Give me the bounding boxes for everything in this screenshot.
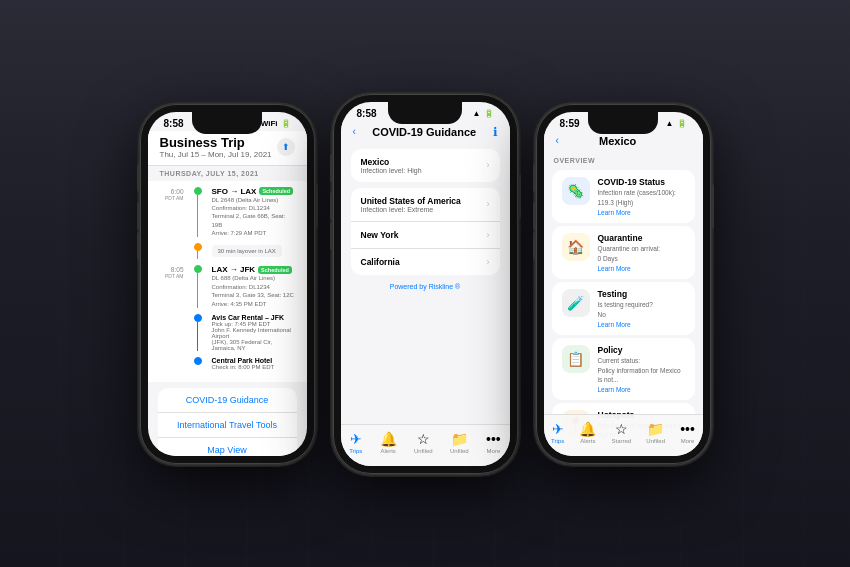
right-tab-more[interactable]: ••• More bbox=[680, 421, 695, 444]
testing-card-sub1: Is testing required? bbox=[598, 300, 685, 309]
quarantine-card-sub1: Quarantine on arrival: bbox=[598, 244, 685, 253]
car-line bbox=[197, 322, 199, 351]
timeline-dot-2 bbox=[194, 265, 202, 273]
flight-1-route: SFO → LAX bbox=[212, 187, 257, 196]
hotel: Central Park Hotel Check in: 8:00 PM EDT bbox=[160, 357, 295, 370]
covid-card-sub2: 119.3 (High) bbox=[598, 198, 685, 207]
covid-guidance-item[interactable]: COVID-19 Guidance bbox=[158, 388, 297, 413]
tab-trips[interactable]: ✈ Trips bbox=[349, 431, 362, 454]
right-tab-trips[interactable]: ✈ Trips bbox=[551, 421, 564, 444]
mexico-chevron: › bbox=[487, 160, 490, 170]
right-screen: 8:59 ▲ 🔋 ‹ Mexico OVERVIEW 🦠 COVID-19 St… bbox=[544, 112, 703, 456]
center-notch bbox=[388, 102, 462, 124]
policy-card-title: Policy bbox=[598, 345, 685, 355]
right-alerts-icon: 🔔 bbox=[579, 421, 596, 437]
guidance-mexico-section: Mexico Infection level: High › bbox=[351, 149, 500, 182]
quarantine-icon: 🏠 bbox=[562, 233, 590, 261]
flight-1-content: SFO → LAX Scheduled DL 2648 (Delta Air L… bbox=[212, 187, 295, 238]
flight-1-time: 6:00PDT AM bbox=[160, 187, 184, 238]
guidance-mexico[interactable]: Mexico Infection level: High › bbox=[351, 149, 500, 182]
hotel-dot bbox=[194, 357, 202, 365]
tab-unfiled[interactable]: 📁 Unfiled bbox=[450, 431, 469, 454]
flight-2: 8:05PDT AM LAX → JFK Scheduled DL 688 (D… bbox=[160, 265, 295, 308]
center-tab-bar: ✈ Trips 🔔 Alerts ☆ Unfiled 📁 Unfiled ••• bbox=[341, 424, 510, 466]
info-button[interactable]: ℹ bbox=[493, 125, 498, 139]
right-more-icon: ••• bbox=[680, 421, 695, 437]
california-country: California bbox=[361, 257, 400, 267]
map-view-item[interactable]: Map View bbox=[158, 438, 297, 455]
right-tab-starred[interactable]: ☆ Starred bbox=[612, 421, 632, 444]
flight-2-airline: DL 688 (Delta Air Lines) bbox=[212, 274, 295, 282]
left-phone: 8:58 ▲ WiFi 🔋 Business Trip Thu, Jul 15 … bbox=[140, 104, 315, 464]
hotel-content: Central Park Hotel Check in: 8:00 PM EDT bbox=[212, 357, 295, 370]
layover-text: 30 min layover in LAX bbox=[212, 245, 282, 257]
testing-learn-more[interactable]: Learn More bbox=[598, 321, 685, 328]
right-starred-icon: ☆ bbox=[615, 421, 628, 437]
quarantine-card[interactable]: 🏠 Quarantine Quarantine on arrival: 0 Da… bbox=[552, 226, 695, 279]
right-alerts-label: Alerts bbox=[580, 438, 595, 444]
layover: 30 min layover in LAX bbox=[160, 243, 295, 259]
right-tab-alerts[interactable]: 🔔 Alerts bbox=[579, 421, 596, 444]
guidance-california[interactable]: California › bbox=[351, 249, 500, 275]
mexico-level: Infection level: High bbox=[361, 167, 422, 174]
share-button[interactable]: ⬆ bbox=[277, 138, 295, 156]
unfiled-label: Unfiled bbox=[450, 448, 469, 454]
testing-icon: 🧪 bbox=[562, 289, 590, 317]
right-starred-label: Starred bbox=[612, 438, 632, 444]
flight-1-arrival: Arrive: 7:29 AM PDT bbox=[212, 229, 295, 237]
guidance-title: COVID-19 Guidance bbox=[356, 126, 493, 138]
usa-level: Infection level: Extreme bbox=[361, 206, 461, 213]
left-trip-info: Business Trip Thu, Jul 15 – Mon, Jul 19,… bbox=[160, 135, 272, 159]
action-menu: COVID-19 Guidance International Travel T… bbox=[158, 388, 297, 455]
starred-icon: ☆ bbox=[417, 431, 430, 447]
quarantine-card-sub2: 0 Days bbox=[598, 254, 685, 263]
timeline-line-2 bbox=[197, 251, 199, 259]
quarantine-learn-more[interactable]: Learn More bbox=[598, 265, 685, 272]
tab-alerts[interactable]: 🔔 Alerts bbox=[380, 431, 397, 454]
flight-2-route: LAX → JFK bbox=[212, 265, 256, 274]
testing-card-content: Testing Is testing required? No Learn Mo… bbox=[598, 289, 685, 328]
right-phone: 8:59 ▲ 🔋 ‹ Mexico OVERVIEW 🦠 COVID-19 St… bbox=[536, 104, 711, 464]
right-unfiled-icon: 📁 bbox=[647, 421, 664, 437]
center-screen: 8:58 ▲ 🔋 ‹ COVID-19 Guidance ℹ Mexico In… bbox=[341, 102, 510, 466]
quarantine-card-title: Quarantine bbox=[598, 233, 685, 243]
tab-starred[interactable]: ☆ Unfiled bbox=[414, 431, 433, 454]
policy-icon: 📋 bbox=[562, 345, 590, 373]
flight-2-confirmation: Confirmation: DL1234 bbox=[212, 283, 295, 291]
covid-icon: 🦠 bbox=[562, 177, 590, 205]
testing-card-title: Testing bbox=[598, 289, 685, 299]
right-tab-bar: ✈ Trips 🔔 Alerts ☆ Starred 📁 Unfiled ••• bbox=[544, 414, 703, 456]
usa-country: United States of America bbox=[361, 196, 461, 206]
covid-card-content: COVID-19 Status Infection rate (cases/10… bbox=[598, 177, 685, 216]
policy-card[interactable]: 📋 Policy Current status: Policy informat… bbox=[552, 338, 695, 400]
powered-by: Powered by Riskline ® bbox=[341, 283, 510, 290]
flight-2-arrival: Arrive: 4:35 PM EDT bbox=[212, 300, 295, 308]
quarantine-card-content: Quarantine Quarantine on arrival: 0 Days… bbox=[598, 233, 685, 272]
flight-1-confirmation: Confirmation: DL1234 bbox=[212, 204, 295, 212]
policy-card-content: Policy Current status: Policy informatio… bbox=[598, 345, 685, 393]
car-rental: Avis Car Rental – JFK Pick up: 7:45 PM E… bbox=[160, 314, 295, 351]
right-tab-unfiled[interactable]: 📁 Unfiled bbox=[646, 421, 665, 444]
tab-more[interactable]: ••• More bbox=[486, 431, 501, 454]
car-title: Avis Car Rental – JFK bbox=[212, 314, 295, 321]
covid-card-title: COVID-19 Status bbox=[598, 177, 685, 187]
policy-learn-more[interactable]: Learn More bbox=[598, 386, 685, 393]
right-trips-icon: ✈ bbox=[552, 421, 564, 437]
alerts-icon: 🔔 bbox=[380, 431, 397, 447]
covid-learn-more[interactable]: Learn More bbox=[598, 209, 685, 216]
center-nav: ‹ COVID-19 Guidance ℹ bbox=[341, 121, 510, 143]
right-time: 8:59 bbox=[560, 118, 580, 129]
policy-card-sub2: Policy information for Mexico is not... bbox=[598, 366, 685, 384]
guidance-usa[interactable]: United States of America Infection level… bbox=[351, 188, 500, 222]
center-phone: 8:58 ▲ 🔋 ‹ COVID-19 Guidance ℹ Mexico In… bbox=[333, 94, 518, 474]
flight-1-airline: DL 2648 (Delta Air Lines) bbox=[212, 196, 295, 204]
right-status-icons: ▲ 🔋 bbox=[666, 119, 687, 128]
covid-status-card[interactable]: 🦠 COVID-19 Status Infection rate (cases/… bbox=[552, 170, 695, 223]
testing-card[interactable]: 🧪 Testing Is testing required? No Learn … bbox=[552, 282, 695, 335]
testing-card-sub2: No bbox=[598, 310, 685, 319]
newyork-chevron: › bbox=[487, 230, 490, 240]
mexico-title: Mexico bbox=[559, 135, 677, 147]
guidance-newyork[interactable]: New York › bbox=[351, 222, 500, 249]
left-notch bbox=[192, 112, 262, 134]
travel-tools-item[interactable]: International Travel Tools bbox=[158, 413, 297, 438]
